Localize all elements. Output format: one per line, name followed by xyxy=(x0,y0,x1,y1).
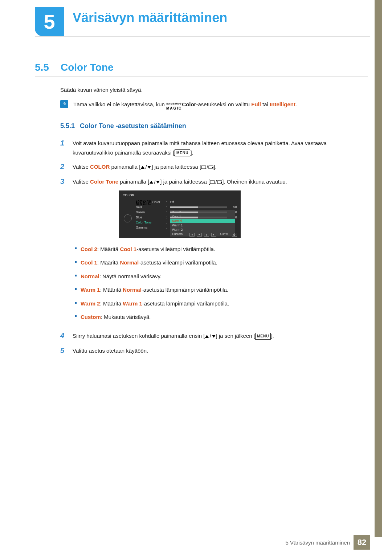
svg-marker-10 xyxy=(205,335,209,338)
svg-marker-1 xyxy=(147,166,151,169)
osd-down-icon: ▾ xyxy=(197,233,202,237)
footer-text: 5 Värisävyn määrittäminen xyxy=(285,539,350,546)
bullet-item: Cool 1: Määritä Normal-asetusta viileämp… xyxy=(73,258,287,267)
osd-row-color-tone: Color Tone xyxy=(136,220,164,225)
section-number: 5.5 xyxy=(35,62,49,73)
note: ✎ Tämä valikko ei ole käytettävissä, kun… xyxy=(60,100,368,110)
bullet-item: Cool 2: Määritä Cool 1-asetusta viileämp… xyxy=(73,245,287,254)
up-down-icon: / xyxy=(205,332,216,341)
page-number: 82 xyxy=(354,535,370,550)
osd-row-green: Green xyxy=(136,210,164,215)
osd-slider-green xyxy=(170,212,227,213)
step-4: 4 Siirry haluamasi asetuksen kohdalle pa… xyxy=(60,331,368,341)
section-rule xyxy=(35,76,368,77)
osd-enter-icon: ▸ xyxy=(211,233,216,237)
chapter-tab: 5 xyxy=(35,7,64,36)
osd-slider-red xyxy=(170,206,227,208)
osd-category-icon xyxy=(123,200,133,237)
subsection-title: Color Tone -asetusten säätäminen xyxy=(80,122,186,130)
bullet-item: Warm 1: Määritä Normal-asetusta lämpimäm… xyxy=(73,285,287,295)
source-enter-icon: / xyxy=(201,163,213,172)
note-icon: ✎ xyxy=(60,100,68,108)
svg-marker-11 xyxy=(212,335,216,338)
side-stripe xyxy=(375,0,382,537)
section-title: Color Tone xyxy=(61,62,114,73)
svg-marker-5 xyxy=(150,181,153,184)
page-footer: 5 Värisävyn määrittäminen 82 xyxy=(35,535,370,550)
osd-title: COLOR xyxy=(123,193,237,198)
menu-key: MENU xyxy=(175,149,190,156)
osd-row-blue: Blue xyxy=(136,215,164,220)
osd-nav-hints: ◂ ▾ ▴ ▸ AUTO ⏻ xyxy=(136,233,237,237)
svg-rect-2 xyxy=(201,166,206,169)
osd-left-icon: ◂ xyxy=(189,233,195,237)
lead-paragraph: Säädä kuvan värien yleistä sävyä. xyxy=(60,87,368,93)
header-rule xyxy=(35,36,370,37)
step-2: 2 Valitse COLOR painamalla [/] ja paina … xyxy=(60,162,368,172)
bullet-item: Custom: Mukauta värisävyä. xyxy=(73,312,287,322)
osd-slider-blue xyxy=(170,217,227,218)
bullet-item: Warm 2: Määritä Warm 1-asetusta lämpimäm… xyxy=(73,299,287,308)
chapter-title: Värisävyn määrittäminen xyxy=(73,10,227,25)
up-down-icon: / xyxy=(140,163,151,172)
svg-rect-7 xyxy=(210,181,215,184)
note-text: Tämä valikko ei ole käytettävissä, kun S… xyxy=(73,100,297,110)
osd-row-red: Red xyxy=(136,205,164,210)
bullet-item: Normal: Näytä normaali värisävy. xyxy=(73,272,287,281)
osd-option: Normal xyxy=(170,219,235,223)
svg-marker-6 xyxy=(156,181,160,184)
osd-power-icon: ⏻ xyxy=(232,233,237,237)
svg-marker-0 xyxy=(141,166,144,169)
osd-up-icon: ▴ xyxy=(204,233,209,237)
step-3: 3 Valitse Color Tone painamalla [/] ja p… xyxy=(60,177,368,326)
section-heading: 5.5 Color Tone xyxy=(35,62,368,73)
subsection-number: 5.5.1 xyxy=(60,122,75,130)
osd-auto-label: AUTO xyxy=(219,233,230,237)
step-5: 5 Valittu asetus otetaan käyttöön. xyxy=(60,346,368,356)
subsection-heading: 5.5.1 Color Tone -asetusten säätäminen xyxy=(60,122,368,130)
samsung-magic-logo: SAMSUNGMAGIC xyxy=(166,100,182,110)
osd-row-gamma: Gamma xyxy=(136,225,164,230)
menu-key: MENU xyxy=(255,333,271,340)
source-enter-icon: / xyxy=(210,177,222,187)
osd-color-tone-dropdown: Cool 2Cool 1NormalWarm 1Warm 2Custom xyxy=(170,210,235,237)
osd-panel: COLOR SAMSUNGMAGIC Color : Off xyxy=(119,190,241,238)
step-1: 1 Voit avata kuvaruutuoppaan painamalla … xyxy=(60,139,368,157)
up-down-icon: / xyxy=(149,177,160,187)
